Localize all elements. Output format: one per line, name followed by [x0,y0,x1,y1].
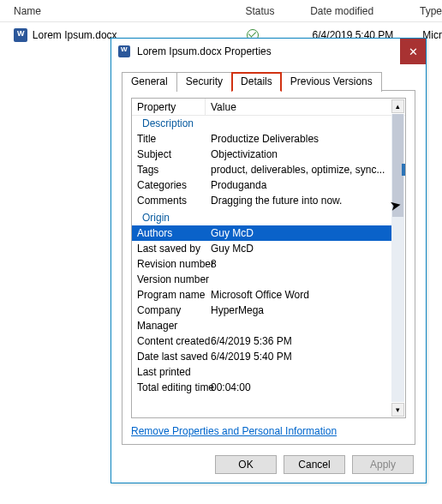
row-revision-number[interactable]: Revision number 8 [132,256,391,272]
scroll-grip-icon [402,164,406,176]
prop-value: 6/4/2019 5:36 PM [206,335,391,347]
explorer-column-header[interactable]: Name Status Date modified Type [0,0,442,22]
properties-dialog: Lorem Ipsum.docx Properties ✕ General Se… [110,38,427,483]
prop-value: product, deliverables, optimize, sync... [206,164,391,176]
prop-label: Last printed [132,366,206,378]
prop-label: Content created [132,335,206,347]
scroll-track[interactable] [391,114,404,402]
prop-value: 8 [206,258,391,270]
dialog-title: Lorem Ipsum.docx Properties [137,45,272,57]
prop-label: Categories [132,179,206,191]
col-header-value[interactable]: Value [206,101,405,113]
prop-label: Revision number [132,258,206,270]
prop-value: HyperMega [206,304,391,316]
tab-strip: General Security Details Previous Versio… [122,72,381,92]
scroll-up-button[interactable]: ▴ [391,99,404,113]
row-tags[interactable]: Tags product, deliverables, optimize, sy… [132,162,391,177]
prop-label: Authors [132,227,206,239]
property-table: Property Value ▴ ▾ Description Title Pro… [131,98,406,418]
prop-value: Productize Deliverables [206,133,391,145]
row-comments[interactable]: Comments Dragging the future into now. [132,193,391,208]
row-last-printed[interactable]: Last printed [132,364,391,380]
details-panel: Property Value ▴ ▾ Description Title Pro… [122,90,415,445]
prop-label: Date last saved [132,351,206,363]
group-description: Description [132,116,391,131]
prop-value: Guy McD [206,227,391,239]
prop-label: Subject [132,148,206,160]
prop-label: Last saved by [132,243,206,255]
row-version-number[interactable]: Version number [132,272,391,287]
close-button[interactable]: ✕ [400,39,426,64]
prop-label: Program name [132,289,206,301]
property-table-body: Description Title Productize Deliverable… [132,116,391,417]
word-app-icon [118,45,130,57]
tab-security[interactable]: Security [176,72,232,92]
prop-value: Guy McD [206,243,391,255]
prop-value: Microsoft Office Word [206,289,391,301]
row-title[interactable]: Title Productize Deliverables [132,131,391,147]
col-header-property[interactable]: Property [132,99,206,115]
prop-value: 00:04:00 [206,381,391,393]
col-header-name[interactable]: Name [0,5,245,17]
prop-label: Comments [132,195,206,207]
prop-label: Total editing time [132,381,206,393]
row-program-name[interactable]: Program name Microsoft Office Word [132,287,391,303]
row-last-saved-by[interactable]: Last saved by Guy McD [132,241,391,256]
row-date-last-saved[interactable]: Date last saved 6/4/2019 5:40 PM [132,349,391,364]
prop-value: Objectivization [206,148,391,160]
prop-label: Title [132,133,206,145]
tab-details[interactable]: Details [231,72,282,92]
col-header-status[interactable]: Status [245,5,310,17]
row-content-created[interactable]: Content created 6/4/2019 5:36 PM [132,333,391,349]
prop-value: Produganda [206,179,391,191]
group-origin: Origin [132,210,391,225]
prop-value: 6/4/2019 5:40 PM [206,351,391,363]
prop-value: Dragging the future into now. [206,195,391,207]
word-file-icon [14,28,27,42]
row-total-editing-time[interactable]: Total editing time 00:04:00 [132,380,391,395]
apply-button[interactable]: Apply [352,455,414,474]
row-company[interactable]: Company HyperMega [132,303,391,318]
remove-properties-link[interactable]: Remove Properties and Personal Informati… [131,425,337,437]
prop-label: Company [132,304,206,316]
tab-general[interactable]: General [122,72,177,92]
cancel-button[interactable]: Cancel [284,455,345,474]
tab-previous-versions[interactable]: Previous Versions [281,72,382,92]
scroll-down-button[interactable]: ▾ [391,403,404,417]
row-authors[interactable]: Authors Guy McD [132,225,391,241]
row-categories[interactable]: Categories Produganda [132,177,391,193]
col-header-type[interactable]: Type [420,5,442,17]
titlebar[interactable]: Lorem Ipsum.docx Properties ✕ [111,39,426,64]
ok-button[interactable]: OK [215,455,277,474]
prop-label: Manager [132,320,206,332]
row-manager[interactable]: Manager [132,318,391,333]
dialog-button-row: OK Cancel Apply [215,455,414,474]
col-header-date[interactable]: Date modified [310,5,420,17]
property-table-header: Property Value [132,99,405,116]
prop-label: Version number [132,273,206,285]
prop-label: Tags [132,164,206,176]
row-subject[interactable]: Subject Objectivization [132,147,391,162]
